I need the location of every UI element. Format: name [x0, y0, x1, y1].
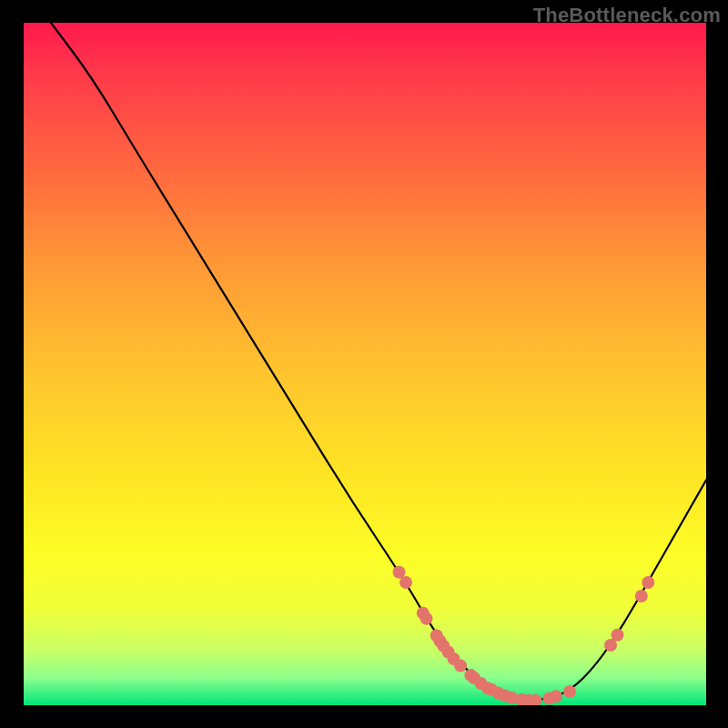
chart-marker — [399, 576, 412, 589]
chart-marker — [642, 576, 654, 589]
chart-marker — [437, 640, 450, 652]
watermark-text: TheBottleneck.com — [533, 4, 721, 27]
chart-marker — [454, 660, 467, 672]
chart-marker — [505, 692, 518, 704]
chart-marker — [393, 566, 406, 579]
chart-marker — [522, 694, 535, 705]
chart-marker — [635, 590, 648, 602]
chart-marker — [417, 607, 430, 620]
chart-plot-area — [24, 23, 706, 705]
chart-marker — [448, 652, 460, 665]
chart-marker — [485, 683, 498, 696]
chart-marker — [481, 682, 494, 694]
chart-marker — [464, 669, 477, 682]
chart-marker — [420, 612, 433, 625]
chart-marker — [550, 690, 562, 703]
bottleneck-curve — [51, 23, 706, 700]
chart-marker — [475, 677, 488, 690]
chart-marker — [430, 630, 443, 642]
chart-marker — [604, 639, 617, 652]
chart-marker — [442, 646, 455, 659]
chart-marker — [499, 690, 511, 703]
chart-marker — [491, 687, 504, 700]
chart-markers — [393, 566, 655, 705]
chart-marker — [516, 693, 529, 705]
chart-marker — [563, 685, 576, 698]
chart-marker — [434, 635, 447, 648]
chart-svg — [24, 23, 706, 705]
chart-marker — [468, 672, 480, 684]
chart-marker — [530, 694, 542, 705]
chart-marker — [543, 693, 556, 705]
chart-marker — [612, 629, 624, 642]
